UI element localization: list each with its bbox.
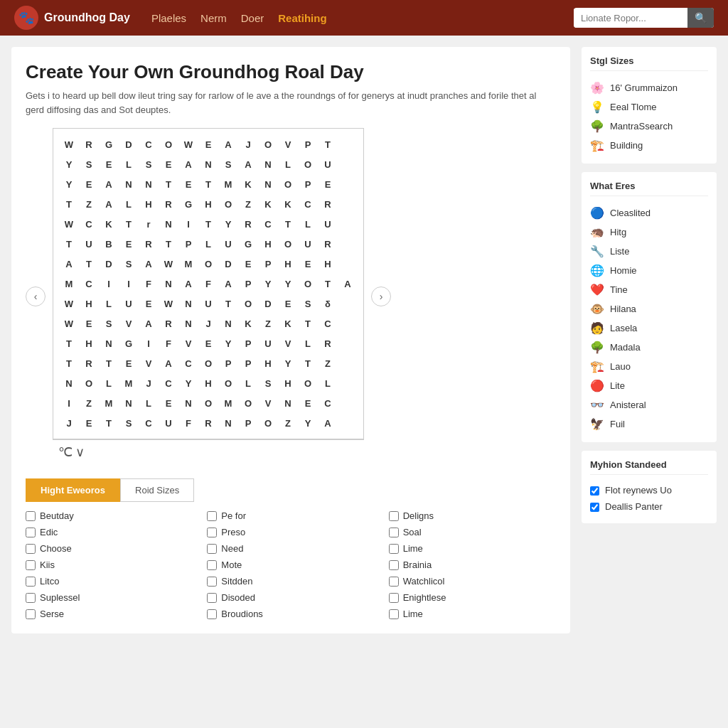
check-box-20[interactable] (389, 609, 399, 619)
grid-cell-13-6: N (178, 393, 198, 413)
what-eres-label-11: Fuil (610, 419, 625, 429)
check-box-16[interactable] (207, 593, 217, 603)
check-box-3[interactable] (26, 528, 36, 537)
check-box-19[interactable] (207, 609, 217, 619)
grid-container: ‹ WRGDCOWEAJOVPTYSELSEANSANLOUYEANNTETMK… (26, 128, 556, 464)
check-label-1: Pe for (221, 510, 246, 521)
check-box-14[interactable] (389, 577, 399, 587)
stgl-item-0: 🌸16' Grummaizon (590, 78, 708, 97)
myhion-item-1: Deallis Panter (590, 498, 708, 515)
nav-nerm[interactable]: Nerm (200, 12, 227, 24)
check-box-7[interactable] (207, 544, 217, 554)
grid-cell-3-11: K (278, 194, 298, 214)
what-eres-item-3: 🌐Homie (590, 261, 708, 280)
grid-cell-2-9: K (238, 174, 258, 194)
check-item-15: Suplessel (26, 592, 193, 603)
grid-cell-5-4: R (139, 234, 159, 254)
what-eres-item-8: 🏗️Lauo (590, 357, 708, 376)
nav-doer[interactable]: Doer (241, 12, 264, 24)
search-input[interactable] (574, 9, 687, 28)
grid-cell-1-8: S (218, 154, 238, 174)
check-box-5[interactable] (389, 528, 399, 537)
grid-cell-2-7: T (198, 174, 218, 194)
grid-cell-4-6: I (178, 214, 198, 234)
nav-plaeles[interactable]: Plaeles (151, 12, 186, 24)
what-eres-icon-11: 🦅 (590, 417, 604, 431)
search-box: 🔍 (574, 8, 714, 28)
grid-row-3: TZALHRGHOZKKCR (59, 194, 358, 214)
what-eres-label-7: Madala (610, 342, 641, 353)
what-eres-label-2: Liste (610, 246, 629, 257)
grid-cell-11-1: R (79, 353, 99, 373)
prev-arrow[interactable]: ‹ (26, 287, 46, 306)
myhion-check-1[interactable] (590, 503, 599, 512)
logo-icon: 🐾 (14, 6, 38, 30)
grid-cell-0-10: O (258, 134, 278, 154)
check-box-1[interactable] (207, 511, 217, 521)
grid-cell-4-9: R (238, 214, 258, 234)
grid-cell-8-10: D (258, 294, 278, 314)
check-label-3: Edic (40, 527, 58, 537)
check-box-8[interactable] (389, 544, 399, 554)
grid-cell-6-2: D (99, 254, 119, 274)
check-label-17: Enightlese (403, 592, 446, 603)
next-arrow[interactable]: › (371, 287, 391, 306)
grid-cell-6-4: A (139, 254, 159, 274)
what-eres-label-0: Cleaslited (610, 208, 651, 218)
check-item-7: Need (207, 543, 374, 554)
grid-cell-13-3: N (119, 393, 139, 413)
nav-reatihing[interactable]: Reatihing (278, 12, 326, 24)
sidebar: Stgl Sizes 🌸16' Grummaizon💡Eeal Tlome🌳Ma… (582, 47, 717, 633)
check-box-13[interactable] (207, 577, 217, 587)
grid-cell-2-11: O (278, 174, 298, 194)
grid-cell-4-8: Y (218, 214, 238, 234)
check-box-10[interactable] (207, 560, 217, 570)
grid-cell-1-1: S (79, 154, 99, 174)
tab-hight-eweoros[interactable]: Hight Eweoros (26, 478, 120, 502)
grid-cell-0-1: R (79, 134, 99, 154)
grid-cell-14-7: R (198, 413, 218, 433)
grid-cell-9-0: W (59, 314, 79, 333)
check-box-18[interactable] (26, 609, 36, 619)
check-box-15[interactable] (26, 593, 36, 603)
grid-cell-10-2: N (99, 333, 119, 353)
grid-cell-10-7: E (198, 333, 218, 353)
myhion-check-0[interactable] (590, 486, 599, 496)
grid-cell-7-4: F (139, 274, 159, 294)
grid-cell-2-0: Y (59, 174, 79, 194)
main-column: Create Your Own Groundhog Roal Day Gets … (11, 47, 570, 633)
check-box-17[interactable] (389, 593, 399, 603)
what-eres-card: What Eres 🔵Cleaslited🦔Hitg🔧Liste🌐Homie❤️… (582, 172, 717, 442)
grid-cell-11-2: T (99, 353, 119, 373)
what-eres-label-5: Hilana (610, 304, 636, 314)
grid-cell-14-5: U (159, 413, 178, 433)
check-label-8: Lime (403, 543, 423, 554)
check-box-11[interactable] (389, 560, 399, 570)
check-box-12[interactable] (26, 577, 36, 587)
grid-cell-0-0: W (59, 134, 79, 154)
tab-roid-sizes[interactable]: Roid Sizes (120, 478, 194, 502)
stgl-label-3: Building (610, 140, 643, 151)
check-box-4[interactable] (207, 528, 217, 537)
grid-cell-11-5: A (159, 353, 178, 373)
check-label-7: Need (221, 543, 243, 554)
check-box-2[interactable] (389, 511, 399, 521)
grid-cell-5-1: U (79, 234, 99, 254)
grid-cell-11-8: P (218, 353, 238, 373)
grid-cell-10-11: V (278, 333, 298, 353)
grid-cell-8-12: S (298, 294, 318, 314)
page-description: Gets i to heard up bell dow ileut tring … (26, 89, 556, 117)
grid-cell-4-3: T (119, 214, 139, 234)
grid-cell-10-1: H (79, 333, 99, 353)
grid-cell-0-13: T (318, 134, 338, 154)
grid-cell-8-0: W (59, 294, 79, 314)
check-box-6[interactable] (26, 544, 36, 554)
search-button[interactable]: 🔍 (687, 8, 714, 28)
check-label-9: Kiis (40, 560, 55, 570)
grid-cell-6-3: S (119, 254, 139, 274)
check-box-0[interactable] (26, 511, 36, 521)
stgl-label-1: Eeal Tlome (610, 102, 657, 112)
grid-cell-7-13: T (318, 274, 338, 294)
check-box-9[interactable] (26, 560, 36, 570)
grid-cell-12-0: N (59, 373, 79, 393)
